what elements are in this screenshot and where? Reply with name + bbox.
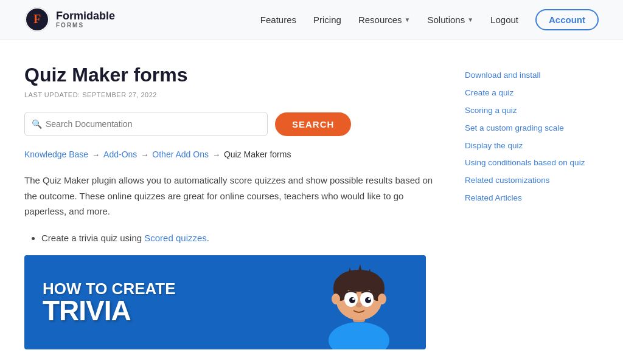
sidebar-link[interactable]: Display the quiz: [465, 140, 599, 152]
image-text: HOW TO CREATE TRIVIA: [24, 268, 194, 336]
sidebar-link[interactable]: Set a custom grading scale: [465, 123, 599, 134]
breadcrumb-arrow-3: →: [212, 150, 220, 159]
main-nav: Features Pricing Resources ▼ Solutions ▼…: [260, 9, 599, 30]
svg-point-16: [352, 298, 355, 300]
search-button[interactable]: SEARCH: [275, 112, 351, 136]
nav-solutions[interactable]: Solutions ▼: [427, 15, 473, 25]
svg-point-20: [378, 294, 386, 304]
resources-chevron-icon: ▼: [405, 16, 411, 23]
search-area: 🔍 SEARCH: [24, 112, 440, 136]
site-header: F Formidable FORMS Features Pricing Reso…: [0, 0, 623, 39]
svg-point-14: [349, 297, 355, 303]
breadcrumb-addons[interactable]: Add-Ons: [103, 149, 137, 159]
article-list: Create a trivia quiz using Scored quizze…: [24, 230, 440, 246]
search-icon: 🔍: [32, 119, 42, 129]
last-updated: LAST UPDATED: SEPTEMBER 27, 2022: [24, 91, 440, 98]
sidebar-link[interactable]: Related customizations: [465, 175, 599, 187]
svg-point-15: [365, 297, 371, 303]
image-line2: TRIVIA: [43, 298, 176, 325]
nav-logout[interactable]: Logout: [490, 15, 518, 25]
svg-point-3: [329, 322, 389, 349]
article-intro: The Quiz Maker plugin allows you to auto…: [24, 173, 440, 219]
breadcrumb-knowledge-base[interactable]: Knowledge Base: [24, 149, 88, 159]
nav-features[interactable]: Features: [260, 15, 296, 25]
breadcrumb-other-addons[interactable]: Other Add Ons: [152, 149, 209, 159]
main-layout: Quiz Maker forms LAST UPDATED: SEPTEMBER…: [0, 39, 623, 349]
breadcrumb-current: Quiz Maker forms: [224, 149, 291, 159]
sidebar-link[interactable]: Using conditionals based on quiz: [465, 157, 599, 169]
page-title: Quiz Maker forms: [24, 64, 440, 86]
search-wrapper: 🔍: [24, 112, 268, 136]
sidebar-links: Download and installCreate a quizScoring…: [465, 70, 599, 204]
svg-text:F: F: [33, 12, 41, 26]
breadcrumb-arrow-1: →: [92, 150, 100, 159]
logo[interactable]: F Formidable FORMS: [24, 7, 115, 32]
logo-text: Formidable FORMS: [56, 10, 115, 29]
cartoon-character-icon: [292, 255, 426, 349]
breadcrumb-arrow-2: →: [141, 150, 148, 159]
search-input[interactable]: [24, 112, 268, 136]
content-area: Quiz Maker forms LAST UPDATED: SEPTEMBER…: [24, 64, 440, 349]
logo-formidable: Formidable: [56, 10, 115, 22]
sidebar-link[interactable]: Related Articles: [465, 193, 599, 204]
article-image-banner: HOW TO CREATE TRIVIA: [24, 255, 426, 349]
sidebar-link[interactable]: Scoring a quiz: [465, 105, 599, 117]
solutions-chevron-icon: ▼: [467, 16, 473, 23]
svg-point-19: [332, 294, 340, 304]
sidebar-link[interactable]: Download and install: [465, 70, 599, 81]
svg-point-18: [356, 303, 362, 307]
scored-quizzes-link[interactable]: Scored quizzes: [144, 233, 207, 243]
nav-resources[interactable]: Resources ▼: [358, 15, 411, 25]
breadcrumb: Knowledge Base → Add-Ons → Other Add Ons…: [24, 149, 440, 159]
article-body: The Quiz Maker plugin allows you to auto…: [24, 173, 440, 349]
logo-icon: F: [24, 7, 50, 32]
svg-point-17: [368, 298, 371, 300]
logo-forms: FORMS: [56, 22, 115, 29]
nav-pricing[interactable]: Pricing: [313, 15, 341, 25]
account-button[interactable]: Account: [535, 9, 599, 30]
list-item: Create a trivia quiz using Scored quizze…: [41, 230, 440, 246]
sidebar-link[interactable]: Create a quiz: [465, 88, 599, 99]
sidebar: Download and installCreate a quizScoring…: [465, 64, 599, 349]
